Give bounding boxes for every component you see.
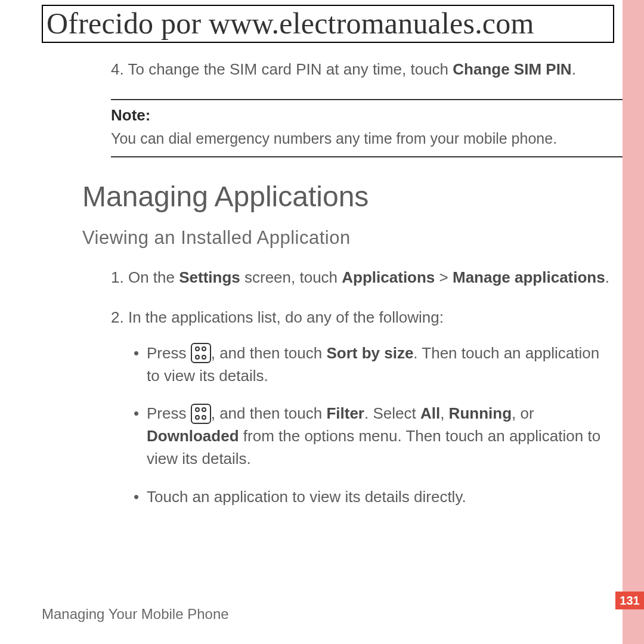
text: Press [147, 344, 191, 362]
text: . Select [364, 404, 420, 422]
text: Press [147, 404, 191, 422]
text: . [605, 268, 609, 286]
menu-icon [191, 404, 211, 424]
list-item: Press , and then touch Sort by size. The… [134, 342, 612, 387]
step-num: 4. [111, 60, 124, 78]
text: > [435, 268, 453, 286]
bold-text: All [420, 404, 440, 422]
note-box: Note: You can dial emergency numbers any… [111, 99, 624, 157]
footer-section-title: Managing Your Mobile Phone [42, 606, 229, 623]
menu-icon [191, 343, 211, 363]
ordered-steps: 1. On the Settings screen, touch Applica… [111, 267, 612, 509]
text: , or [512, 404, 534, 422]
list-item: Touch an application to view its details… [134, 486, 612, 509]
bold-text: Sort by size [326, 344, 413, 362]
page-number-badge: 131 [615, 592, 644, 609]
text: To change the SIM card PIN at any time, … [124, 60, 453, 78]
text: On the [124, 268, 179, 286]
step-num: 1. [111, 268, 124, 286]
side-stripe [623, 0, 644, 644]
text: , [440, 404, 448, 422]
step-4: 4. To change the SIM card PIN at any tim… [111, 58, 594, 81]
bold-text: Manage applications [453, 268, 605, 286]
bold-text: Settings [179, 268, 240, 286]
bullet-list: Press , and then touch Sort by size. The… [134, 342, 612, 508]
step-num: 2. [111, 308, 124, 326]
text: screen, touch [240, 268, 342, 286]
step-1: 1. On the Settings screen, touch Applica… [111, 267, 612, 289]
bold-text: Applications [342, 268, 435, 286]
heading-managing-applications: Managing Applications [82, 180, 561, 213]
text: , and then touch [211, 404, 327, 422]
list-item: Press , and then touch Filter. Select Al… [134, 402, 612, 470]
text: , and then touch [211, 344, 327, 362]
watermark-banner: Ofrecido por www.electromanuales.com [42, 5, 614, 43]
bold-text: Change SIM PIN [453, 60, 571, 78]
text: Touch an application to view its details… [147, 488, 466, 506]
heading-viewing-installed-application: Viewing an Installed Application [82, 227, 561, 249]
text: In the applications list, do any of the … [124, 308, 444, 326]
note-text: You can dial emergency numbers any time … [111, 128, 624, 149]
bold-text: Downloaded [147, 427, 239, 445]
page-content: Ofrecido por www.electromanuales.com 4. … [0, 0, 596, 508]
bold-text: Filter [326, 404, 364, 422]
step-2: 2. In the applications list, do any of t… [111, 306, 612, 508]
note-label: Note: [111, 106, 624, 125]
bold-text: Running [449, 404, 512, 422]
text: . [572, 60, 576, 78]
